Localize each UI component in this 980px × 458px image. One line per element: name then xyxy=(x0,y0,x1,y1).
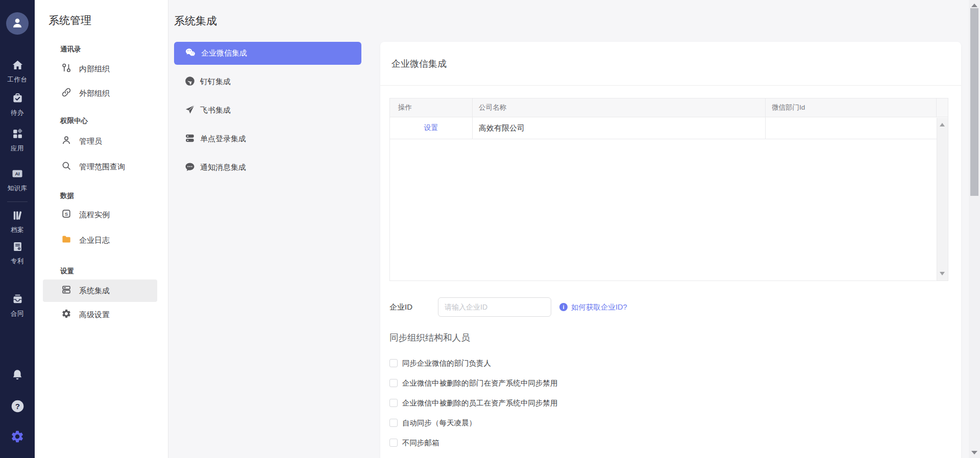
corp-id-label: 企业ID xyxy=(389,302,438,312)
admin-sidebar: 系统管理 通讯录 内部组织 外部组织 权限中心 管理员 管理范围查询 数据 S … xyxy=(35,0,168,458)
checkbox-icon[interactable] xyxy=(389,359,398,367)
page-scrollbar[interactable] xyxy=(969,0,980,458)
rail-item-label: 工作台 xyxy=(8,75,28,84)
scroll-up-icon[interactable] xyxy=(940,123,945,126)
column-header-wechat-dept-id: 微信部门Id xyxy=(766,98,937,117)
sidebar-item-label: 管理员 xyxy=(79,137,102,146)
rail-item-apps[interactable]: 应用 xyxy=(0,128,35,153)
wechat-icon xyxy=(184,46,197,61)
feishu-icon xyxy=(184,104,195,117)
page-title: 系统集成 xyxy=(174,14,217,28)
rail-item-label: 知识库 xyxy=(8,184,28,193)
checkbox-label: 自动同步（每天凌晨） xyxy=(402,418,476,428)
user-icon xyxy=(11,16,24,31)
row-wechat-dept-id xyxy=(766,117,937,139)
sidebar-item-label: 高级设置 xyxy=(79,310,110,320)
sidebar-item-label: 内部组织 xyxy=(79,64,110,74)
column-header-action: 操作 xyxy=(390,98,473,117)
settings-button[interactable] xyxy=(0,429,35,446)
sidebar-item-scope-query[interactable]: 管理范围查询 xyxy=(43,156,157,178)
scrollbar-thumb[interactable] xyxy=(970,8,978,196)
info-icon: i xyxy=(559,303,568,311)
sidebar-item-label: 管理范围查询 xyxy=(79,162,125,172)
todo-icon xyxy=(12,92,23,106)
workspace: 系统集成 企业微信集成 钉钉集成 飞书集成 xyxy=(168,0,969,458)
rail-item-workbench[interactable]: 工作台 xyxy=(0,59,35,84)
menu-item-dingtalk-integration[interactable]: 钉钉集成 xyxy=(174,70,361,93)
sidebar-item-process-instances[interactable]: S 流程实例 xyxy=(43,203,157,226)
sidebar-item-label: 系统集成 xyxy=(79,286,110,296)
scroll-up-icon[interactable] xyxy=(971,4,977,7)
checkbox-label: 同步企业微信的部门负责人 xyxy=(402,359,491,368)
sidebar-item-system-integration[interactable]: 系统集成 xyxy=(43,279,157,302)
table-scrollbar[interactable] xyxy=(937,118,948,281)
notifications-button[interactable] xyxy=(0,368,35,384)
rail-item-label: 专利 xyxy=(11,257,24,266)
scroll-down-icon[interactable] xyxy=(940,272,945,275)
corp-id-help-link[interactable]: i 如何获取企业ID? xyxy=(559,302,627,312)
menu-item-label: 通知消息集成 xyxy=(200,163,246,172)
app-rail: 工作台 待办 应用 AI 知识库 档案 专利 合同 xyxy=(0,0,35,458)
menu-item-notification-integration[interactable]: 通知消息集成 xyxy=(174,156,361,179)
checkbox-row-disable-deleted-dept[interactable]: 企业微信中被删除的部门在资产系统中同步禁用 xyxy=(389,379,951,387)
sidebar-item-external-org[interactable]: 外部组织 xyxy=(43,82,157,105)
integration-menu: 系统集成 企业微信集成 钉钉集成 飞书集成 xyxy=(168,0,380,458)
menu-item-feishu-integration[interactable]: 飞书集成 xyxy=(174,99,361,122)
checkbox-icon[interactable] xyxy=(389,419,398,427)
table-row: 设置 高效有限公司 xyxy=(390,117,948,139)
rail-item-knowledge[interactable]: AI 知识库 xyxy=(0,168,35,193)
dingtalk-icon xyxy=(184,75,195,89)
message-icon xyxy=(184,161,195,174)
wechat-integration-panel: 企业微信集成 操作 公司名称 微信部门Id 设置 高效有限公司 xyxy=(380,42,961,458)
svg-text:?: ? xyxy=(15,402,19,411)
group-label-permissions: 权限中心 xyxy=(60,116,88,125)
sync-options-list: 同步企业微信的部门负责人 企业微信中被删除的部门在资产系统中同步禁用 企业微信中… xyxy=(389,359,951,458)
checkbox-icon[interactable] xyxy=(389,379,398,387)
menu-item-label: 单点登录集成 xyxy=(200,134,246,144)
rail-item-contract[interactable]: 合同 xyxy=(0,293,35,318)
checkbox-label: 企业微信中被删除的部门在资产系统中同步禁用 xyxy=(402,378,558,388)
home-icon xyxy=(12,59,23,73)
rail-item-label: 合同 xyxy=(11,310,24,318)
contract-icon xyxy=(12,293,23,307)
rail-item-archive[interactable]: 档案 xyxy=(0,210,35,235)
archive-books-icon xyxy=(12,210,23,223)
sync-section-heading: 同步组织结构和人员 xyxy=(389,332,951,344)
sidebar-item-internal-org[interactable]: 内部组织 xyxy=(43,58,157,80)
rail-item-todo[interactable]: 待办 xyxy=(0,92,35,117)
sidebar-item-advanced-settings[interactable]: 高级设置 xyxy=(43,303,157,326)
group-label-settings: 设置 xyxy=(60,267,74,276)
folder-icon xyxy=(61,234,71,246)
scroll-down-icon[interactable] xyxy=(971,451,977,454)
group-label-contacts: 通讯录 xyxy=(60,45,81,54)
row-settings-link[interactable]: 设置 xyxy=(424,123,438,133)
user-icon xyxy=(61,135,71,147)
checkbox-row-auto-sync[interactable]: 自动同步（每天凌晨） xyxy=(389,419,951,427)
avatar[interactable] xyxy=(6,12,29,35)
menu-item-sso-integration[interactable]: 单点登录集成 xyxy=(174,128,361,150)
row-company-name: 高效有限公司 xyxy=(473,117,766,139)
corp-id-input[interactable] xyxy=(438,297,551,317)
rail-item-patent[interactable]: 专利 xyxy=(0,241,35,266)
knowledge-ai-icon: AI xyxy=(11,168,23,182)
sidebar-item-enterprise-log[interactable]: 企业日志 xyxy=(43,229,157,251)
integration-icon xyxy=(61,285,71,297)
sidebar-item-admins[interactable]: 管理员 xyxy=(43,130,157,152)
checkbox-icon[interactable] xyxy=(389,399,398,407)
question-icon: ? xyxy=(11,399,24,415)
bell-icon xyxy=(11,368,24,384)
help-button[interactable]: ? xyxy=(0,399,35,415)
checkbox-row-no-email-sync[interactable]: 不同步邮箱 xyxy=(389,439,951,447)
sidebar-item-label: 外部组织 xyxy=(79,89,110,98)
svg-text:AI: AI xyxy=(15,171,20,176)
org-icon xyxy=(61,63,71,75)
rail-item-label: 档案 xyxy=(11,226,24,235)
checkbox-icon[interactable] xyxy=(389,439,398,447)
menu-item-wechat-integration[interactable]: 企业微信集成 xyxy=(174,42,361,65)
menu-item-label: 钉钉集成 xyxy=(200,77,231,87)
checkbox-row-disable-deleted-employee[interactable]: 企业微信中被删除的员工在资产系统中同步禁用 xyxy=(389,399,951,407)
checkbox-row-sync-dept-leader[interactable]: 同步企业微信的部门负责人 xyxy=(389,359,951,367)
gear-icon xyxy=(10,429,24,446)
panel-header: 企业微信集成 xyxy=(380,42,961,86)
group-label-data: 数据 xyxy=(60,191,74,200)
